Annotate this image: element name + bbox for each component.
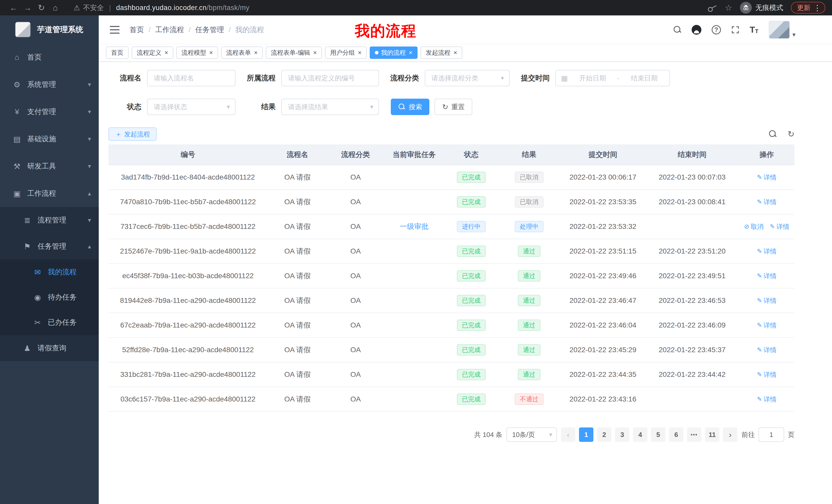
column-header: 操作 [739,144,795,165]
process-name-input[interactable] [147,70,235,86]
tab-0[interactable]: 首页 [106,47,129,59]
column-header: 当前审批任务 [384,144,445,165]
close-icon[interactable]: × [409,50,412,56]
sidebar-item-workflow[interactable]: ▣工作流程▴ [0,180,99,207]
breadcrumb-item[interactable]: 任务管理 [196,25,224,35]
github-icon[interactable] [692,25,701,35]
create-process-button[interactable]: ＋ 发起流程 [108,128,157,141]
sidebar-item-home[interactable]: ⌂首页 [0,44,99,71]
close-icon[interactable]: × [313,50,317,56]
process-key-input[interactable] [281,70,379,86]
collapse-sidebar-button[interactable] [108,24,121,36]
page-button-6[interactable]: 6 [669,427,683,442]
reset-button[interactable]: ↻ 重置 [435,99,472,115]
fullscreen-icon[interactable] [731,26,739,34]
tab-2[interactable]: 流程模型× [176,47,218,59]
browser-home-icon[interactable]: ⌂ [48,2,62,14]
page-size-select[interactable]: 10条/页 ▾ [506,427,557,442]
close-icon[interactable]: × [164,50,168,56]
sidebar-item-leave-query[interactable]: ♟请假查询 [0,335,99,361]
next-page-button[interactable]: › [723,427,737,442]
tab-6[interactable]: 我的流程× [370,47,418,59]
task-link[interactable]: 一级审批 [400,222,428,230]
sidebar-item-infrastructure[interactable]: ▤基础设施▾ [0,125,99,152]
category-select[interactable]: 请选择流程分类 ▾ [425,70,510,86]
more-pages-button[interactable]: ••• [687,427,701,442]
page-button-2[interactable]: 2 [597,427,612,442]
tab-3[interactable]: 流程表单× [221,47,263,59]
cell-id: 03c6c157-7b9a-11ec-a290-acde48001122 [108,387,267,412]
close-icon[interactable]: × [254,50,258,56]
password-key-icon[interactable] [707,3,718,12]
forward-icon[interactable]: → [21,2,34,14]
result-select[interactable]: 请选择流结果 ▾ [281,99,379,115]
edit-icon: ✎ [757,371,762,378]
sidebar-item-my-process[interactable]: ✉我的流程 [0,259,99,285]
page-button-5[interactable]: 5 [651,427,666,442]
reload-icon[interactable]: ↻ [34,2,48,14]
tab-5[interactable]: 用户分组× [325,47,367,59]
page-button-1[interactable]: 1 [579,427,593,442]
font-size-icon[interactable]: TT [750,25,758,35]
detail-link[interactable]: ✎详情 [757,272,777,280]
close-icon[interactable]: × [453,50,457,56]
column-header: 流程名 [267,144,328,165]
refresh-table-icon[interactable]: ↻ [787,129,795,139]
sidebar-item-task-manage[interactable]: ⚑任务管理▴ [0,233,99,259]
detail-link[interactable]: ✎详情 [757,247,777,256]
breadcrumb-item[interactable]: 工作流程 [155,25,184,35]
prev-page-button[interactable]: ‹ [561,427,575,442]
detail-link[interactable]: ✎详情 [757,346,777,354]
update-button[interactable]: 更新 ⋮ [791,2,825,13]
cell-id: ec45f38f-7b9a-11ec-b03b-acde48001122 [108,263,267,288]
sidebar-item-done-tasks[interactable]: ✂已办任务 [0,310,99,335]
back-icon[interactable]: ← [7,2,21,14]
cell-process-name: OA 请假 [267,387,328,412]
sidebar-item-dev-tools[interactable]: ⚒研发工具▾ [0,152,99,180]
bookmark-star-icon[interactable]: ☆ [725,3,732,12]
sidebar-item-todo-tasks[interactable]: ◉待办任务 [0,285,99,310]
status-select[interactable]: 请选择状态 ▾ [147,99,235,115]
search-button[interactable]: 搜索 [391,99,430,115]
sidebar-item-payment-manage[interactable]: ¥支付管理▾ [0,98,99,125]
user-menu[interactable]: ▾ [769,21,796,39]
detail-link[interactable]: ✎详情 [757,395,777,403]
detail-link[interactable]: ✎详情 [757,297,777,305]
help-icon[interactable]: ? [712,25,721,34]
status-tag: 已完成 [457,246,486,257]
tab-7[interactable]: 发起流程× [421,47,462,59]
page-url[interactable]: dashboard.yudao.iocoder.cn/bpm/task/my [116,4,250,12]
search-icon[interactable] [674,26,681,34]
cell-actions: ✎详情 [739,263,795,288]
sidebar-item-process-manage[interactable]: ≣流程管理▾ [0,207,99,233]
sidebar-item-system-manage[interactable]: ⚙系统管理▾ [0,71,99,98]
address-bar[interactable]: ⚠ 不安全 | dashboard.yudao.iocoder.cn/bpm/t… [74,3,250,12]
column-header: 结果 [498,144,561,165]
breadcrumb-item[interactable]: 首页 [130,25,144,35]
goto-page-input[interactable] [758,427,784,442]
cell-end-time: 2022-01-22 23:44:42 [645,362,739,387]
tab-1[interactable]: 流程定义× [132,47,173,59]
logo-area[interactable]: 芋道管理系统 [0,16,99,44]
detail-link[interactable]: ✎详情 [757,370,777,379]
page-button-3[interactable]: 3 [615,427,629,442]
close-icon[interactable]: × [358,50,362,56]
sidebar-item-label: 已办任务 [48,317,77,327]
detail-link[interactable]: ✎详情 [757,198,777,206]
submit-time-range-picker[interactable]: ▦ 开始日期 - 结束日期 [555,70,670,86]
detail-link[interactable]: ✎详情 [770,222,789,231]
toggle-search-icon[interactable] [769,130,777,138]
detail-link[interactable]: ✎详情 [757,173,777,181]
page-button-4[interactable]: 4 [633,427,647,442]
cancel-link[interactable]: ⊘取消 [744,222,763,231]
close-icon[interactable]: × [209,50,213,56]
cell-current-task [384,263,445,288]
detail-link[interactable]: ✎详情 [757,321,777,330]
cell-submit-time: 2022-01-22 23:45:29 [561,338,645,362]
browser-menu-icon[interactable]: ⋮ [813,3,821,12]
tab-4[interactable]: 流程表单-编辑× [266,47,322,59]
edit-icon: ✎ [757,297,762,304]
chevron-down-icon: ▾ [792,31,796,39]
page-button-11[interactable]: 11 [705,427,719,442]
cell-actions: ✎详情 [739,313,795,338]
